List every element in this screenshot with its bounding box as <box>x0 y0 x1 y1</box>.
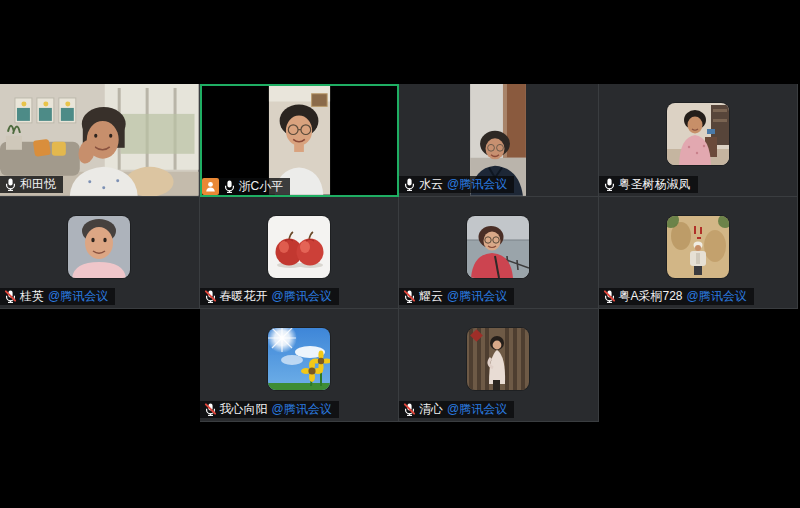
participant-avatar <box>268 216 330 278</box>
participant-tile[interactable]: 桂英 @腾讯会议 <box>0 197 200 310</box>
participant-suffix: @腾讯会议 <box>447 401 507 418</box>
participant-name: 清心 <box>419 401 443 418</box>
participant-tile[interactable]: 我心向阳 @腾讯会议 <box>200 309 400 422</box>
participant-avatar <box>467 328 529 390</box>
microphone-icon <box>224 180 235 193</box>
empty-grid-cell <box>0 309 200 422</box>
participant-avatar <box>268 328 330 390</box>
participant-tile-active-speaker[interactable]: 浙C小平 <box>200 84 400 197</box>
microphone-muted-icon <box>404 290 415 303</box>
participant-suffix: @腾讯会议 <box>272 288 332 305</box>
participant-label: 水云 @腾讯会议 <box>399 176 514 193</box>
participant-suffix: @腾讯会议 <box>272 401 332 418</box>
participant-name: 我心向阳 <box>220 401 268 418</box>
microphone-muted-icon <box>604 290 615 303</box>
participant-name: 耀云 <box>419 288 443 305</box>
participant-name: 浙C小平 <box>239 178 284 195</box>
participant-suffix: @腾讯会议 <box>48 288 108 305</box>
participant-avatar <box>667 216 729 278</box>
participant-tile[interactable]: 粤A采桐728 @腾讯会议 <box>599 197 799 310</box>
participant-label: 耀云 @腾讯会议 <box>399 288 514 305</box>
microphone-muted-icon <box>5 290 16 303</box>
microphone-icon <box>5 178 16 191</box>
participant-label: 粤A采桐728 @腾讯会议 <box>599 288 754 305</box>
microphone-muted-icon <box>205 290 216 303</box>
participant-tile[interactable]: 春暖花开 @腾讯会议 <box>200 197 400 310</box>
participant-tile[interactable]: 粤圣树杨淑凤 <box>599 84 799 197</box>
microphone-icon <box>604 178 615 191</box>
microphone-icon <box>404 178 415 191</box>
participant-avatar <box>667 103 729 165</box>
participant-label: 我心向阳 @腾讯会议 <box>200 401 339 418</box>
participant-name: 春暖花开 <box>220 288 268 305</box>
participant-suffix: @腾讯会议 <box>687 288 747 305</box>
participant-avatar <box>68 216 130 278</box>
participant-name: 桂英 <box>20 288 44 305</box>
participant-name: 粤A采桐728 <box>619 288 683 305</box>
participant-label: 浙C小平 <box>202 178 291 195</box>
participant-tile[interactable]: 清心 @腾讯会议 <box>399 309 599 422</box>
participant-name: 和田悦 <box>20 176 56 193</box>
participant-label: 和田悦 <box>0 176 63 193</box>
participant-label: 桂英 @腾讯会议 <box>0 288 115 305</box>
participant-tile[interactable]: 水云 @腾讯会议 <box>399 84 599 197</box>
microphone-muted-icon <box>205 403 216 416</box>
participant-label: 清心 @腾讯会议 <box>399 401 514 418</box>
video-grid: 和田悦 <box>0 84 798 422</box>
participant-name: 粤圣树杨淑凤 <box>619 176 691 193</box>
participant-tile[interactable]: 耀云 @腾讯会议 <box>399 197 599 310</box>
participant-label: 春暖花开 @腾讯会议 <box>200 288 339 305</box>
microphone-muted-icon <box>404 403 415 416</box>
participant-avatar <box>467 216 529 278</box>
participant-suffix: @腾讯会议 <box>447 176 507 193</box>
participant-label: 粤圣树杨淑凤 <box>599 176 698 193</box>
empty-grid-cell <box>599 309 799 422</box>
participant-name: 水云 <box>419 176 443 193</box>
participant-tile[interactable]: 和田悦 <box>0 84 200 197</box>
host-person-badge-icon <box>202 178 219 195</box>
participant-suffix: @腾讯会议 <box>447 288 507 305</box>
